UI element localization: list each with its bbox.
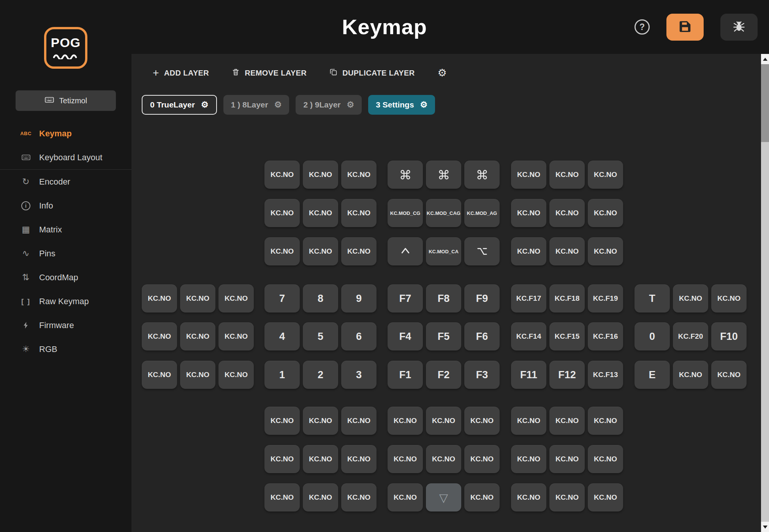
sidebar-item-pins[interactable]: ∿Pins bbox=[0, 242, 131, 265]
key-F4[interactable]: F4 bbox=[388, 322, 423, 350]
key-KC.NO[interactable]: KC.NO bbox=[341, 199, 377, 227]
key-F7[interactable]: F7 bbox=[388, 284, 423, 313]
scroll-down-button[interactable] bbox=[761, 522, 769, 532]
key-▽[interactable]: ▽ bbox=[426, 483, 461, 511]
key-KC.F14[interactable]: KC.F14 bbox=[511, 322, 546, 350]
sidebar-item-rgb[interactable]: ☀RGB bbox=[0, 337, 131, 361]
option-key[interactable] bbox=[464, 237, 500, 265]
key-KC.NO[interactable]: KC.NO bbox=[426, 445, 461, 473]
key-KC.NO[interactable]: KC.NO bbox=[511, 161, 546, 189]
key-KC.NO[interactable]: KC.NO bbox=[218, 361, 254, 389]
key-KC.NO[interactable]: KC.NO bbox=[588, 199, 623, 227]
key-KC.F16[interactable]: KC.F16 bbox=[588, 322, 623, 350]
sidebar-item-coordmap[interactable]: ⇅CoordMap bbox=[0, 265, 131, 289]
key-KC.NO[interactable]: KC.NO bbox=[549, 199, 585, 227]
key-F6[interactable]: F6 bbox=[464, 322, 500, 350]
key-2[interactable]: 2 bbox=[303, 361, 338, 389]
key-9[interactable]: 9 bbox=[341, 284, 377, 313]
key-KC.NO[interactable]: KC.NO bbox=[588, 445, 623, 473]
key-8[interactable]: 8 bbox=[303, 284, 338, 313]
key-KC.NO[interactable]: KC.NO bbox=[549, 483, 585, 511]
key-KC.NO[interactable]: KC.NO bbox=[264, 161, 300, 189]
key-KC.NO[interactable]: KC.NO bbox=[711, 284, 747, 313]
key-KC.NO[interactable]: KC.NO bbox=[673, 361, 708, 389]
key-KC.F18[interactable]: KC.F18 bbox=[549, 284, 585, 313]
key-KC.NO[interactable]: KC.NO bbox=[464, 407, 500, 435]
sidebar-item-matrix[interactable]: ▦Matrix bbox=[0, 218, 131, 242]
key-T[interactable]: T bbox=[635, 284, 670, 313]
key-KC.NO[interactable]: KC.NO bbox=[511, 407, 546, 435]
key-KC.F15[interactable]: KC.F15 bbox=[549, 322, 585, 350]
key-KC.NO[interactable]: KC.NO bbox=[180, 322, 215, 350]
command-key[interactable] bbox=[388, 161, 423, 189]
key-KC.MOD_AG[interactable]: KC.MOD_AG bbox=[464, 199, 500, 227]
key-F11[interactable]: F11 bbox=[511, 361, 546, 389]
key-F5[interactable]: F5 bbox=[426, 322, 461, 350]
key-KC.NO[interactable]: KC.NO bbox=[341, 445, 377, 473]
key-KC.NO[interactable]: KC.NO bbox=[303, 483, 338, 511]
key-F12[interactable]: F12 bbox=[549, 361, 585, 389]
sidebar-item-keymap[interactable]: ABCKeymap bbox=[0, 122, 131, 145]
help-icon[interactable]: ? bbox=[635, 19, 650, 35]
key-KC.NO[interactable]: KC.NO bbox=[711, 361, 747, 389]
scrollbar-thumb[interactable] bbox=[761, 64, 769, 142]
key-KC.NO[interactable]: KC.NO bbox=[464, 483, 500, 511]
key-KC.F20[interactable]: KC.F20 bbox=[673, 322, 708, 350]
key-KC.NO[interactable]: KC.NO bbox=[388, 483, 423, 511]
key-3[interactable]: 3 bbox=[341, 361, 377, 389]
key-KC.NO[interactable]: KC.NO bbox=[303, 199, 338, 227]
key-KC.NO[interactable]: KC.NO bbox=[264, 407, 300, 435]
key-6[interactable]: 6 bbox=[341, 322, 377, 350]
key-F1[interactable]: F1 bbox=[388, 361, 423, 389]
key-F3[interactable]: F3 bbox=[464, 361, 500, 389]
save-button[interactable] bbox=[666, 14, 704, 41]
sidebar-item-firmware[interactable]: Firmware bbox=[0, 313, 131, 337]
key-KC.NO[interactable]: KC.NO bbox=[388, 407, 423, 435]
key-KC.NO[interactable]: KC.NO bbox=[549, 445, 585, 473]
key-F2[interactable]: F2 bbox=[426, 361, 461, 389]
key-KC.NO[interactable]: KC.NO bbox=[341, 483, 377, 511]
key-KC.NO[interactable]: KC.NO bbox=[142, 322, 177, 350]
key-KC.NO[interactable]: KC.NO bbox=[142, 361, 177, 389]
key-KC.NO[interactable]: KC.NO bbox=[673, 284, 708, 313]
key-KC.NO[interactable]: KC.NO bbox=[588, 237, 623, 265]
debug-button[interactable] bbox=[720, 14, 758, 41]
key-KC.NO[interactable]: KC.NO bbox=[549, 237, 585, 265]
sidebar-item-encoder[interactable]: ↻Encoder bbox=[0, 170, 131, 194]
key-KC.NO[interactable]: KC.NO bbox=[180, 284, 215, 313]
key-KC.NO[interactable]: KC.NO bbox=[180, 361, 215, 389]
command-key[interactable] bbox=[464, 161, 500, 189]
sidebar-item-raw-keymap[interactable]: [ ]Raw Keymap bbox=[0, 289, 131, 313]
sidebar-item-info[interactable]: iInfo bbox=[0, 194, 131, 218]
key-KC.F17[interactable]: KC.F17 bbox=[511, 284, 546, 313]
key-KC.NO[interactable]: KC.NO bbox=[588, 407, 623, 435]
key-KC.NO[interactable]: KC.NO bbox=[264, 237, 300, 265]
key-KC.NO[interactable]: KC.NO bbox=[388, 445, 423, 473]
key-7[interactable]: 7 bbox=[264, 284, 300, 313]
scroll-up-button[interactable] bbox=[761, 54, 769, 64]
key-KC.MOD_CG[interactable]: KC.MOD_CG bbox=[388, 199, 423, 227]
key-KC.NO[interactable]: KC.NO bbox=[303, 237, 338, 265]
key-KC.NO[interactable]: KC.NO bbox=[341, 161, 377, 189]
caret-key[interactable] bbox=[388, 237, 423, 265]
key-F8[interactable]: F8 bbox=[426, 284, 461, 313]
key-0[interactable]: 0 bbox=[635, 322, 670, 350]
key-F9[interactable]: F9 bbox=[464, 284, 500, 313]
key-KC.NO[interactable]: KC.NO bbox=[341, 407, 377, 435]
key-KC.NO[interactable]: KC.NO bbox=[426, 407, 461, 435]
key-KC.MOD_CAG[interactable]: KC.MOD_CAG bbox=[426, 199, 461, 227]
command-key[interactable] bbox=[426, 161, 461, 189]
key-KC.NO[interactable]: KC.NO bbox=[511, 483, 546, 511]
key-KC.NO[interactable]: KC.NO bbox=[588, 161, 623, 189]
sidebar-item-keyboard-layout[interactable]: Keyboard Layout bbox=[0, 145, 131, 169]
key-KC.F19[interactable]: KC.F19 bbox=[588, 284, 623, 313]
key-KC.NO[interactable]: KC.NO bbox=[511, 237, 546, 265]
key-5[interactable]: 5 bbox=[303, 322, 338, 350]
key-E[interactable]: E bbox=[635, 361, 670, 389]
key-1[interactable]: 1 bbox=[264, 361, 300, 389]
key-KC.NO[interactable]: KC.NO bbox=[264, 199, 300, 227]
keyboard-select-button[interactable]: Tetizmol bbox=[16, 90, 116, 111]
key-KC.NO[interactable]: KC.NO bbox=[588, 483, 623, 511]
key-KC.NO[interactable]: KC.NO bbox=[303, 445, 338, 473]
key-KC.NO[interactable]: KC.NO bbox=[264, 445, 300, 473]
